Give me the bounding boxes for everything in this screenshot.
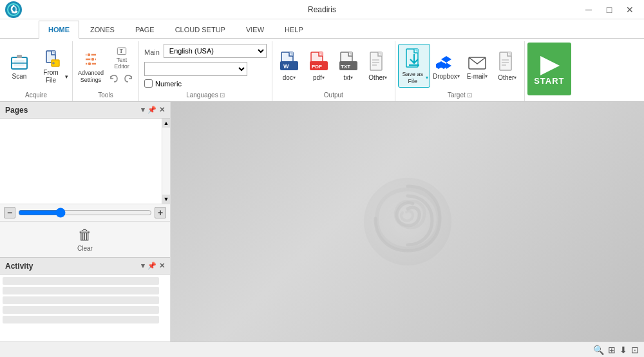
save-as-file-button[interactable]: Save as File ▾ [398, 44, 430, 88]
svg-rect-44 [500, 52, 511, 70]
clear-button[interactable]: 🗑 Clear [77, 227, 93, 252]
activity-bar-1 [3, 277, 159, 285]
from-file-button[interactable]: From File ▾ [36, 44, 70, 88]
save-as-file-icon [404, 48, 424, 71]
svg-point-12 [87, 53, 91, 57]
start-play-icon: ▶ [540, 53, 558, 76]
tab-help[interactable]: HELP [275, 20, 313, 38]
tab-cloud-setup[interactable]: CLOUD SETUP [166, 20, 235, 38]
scan-button[interactable]: Scan [3, 44, 36, 88]
pdf-icon: PDF [308, 51, 329, 74]
undo-button[interactable] [108, 72, 120, 85]
svg-rect-29 [370, 52, 382, 70]
output-pdf-button[interactable]: PDF pdf ▾ [305, 44, 333, 88]
canvas-area [171, 102, 644, 342]
text-editor-button[interactable]: T Text Editor [108, 45, 136, 71]
advanced-settings-icon [80, 49, 101, 70]
target-expand-icon[interactable]: ⊡ [467, 92, 472, 99]
close-button[interactable]: ✕ [621, 3, 639, 17]
activity-panel-title: Activity [5, 262, 33, 271]
scroll-down-arrow[interactable]: ▼ [162, 195, 170, 204]
tab-page[interactable]: PAGE [126, 20, 164, 38]
statusbar-grid-icon[interactable]: ⊞ [608, 345, 616, 355]
target-other-button[interactable]: Other ▾ [493, 44, 522, 88]
doc-icon: W [279, 51, 299, 74]
pages-content: ▲ ▼ [0, 119, 170, 204]
titlebar-title: Readiris [308, 5, 336, 14]
pages-pin-icon[interactable]: 📌 [147, 106, 156, 114]
redo-icon [123, 73, 133, 84]
statusbar: 🔍 ⊞ ⬇ ⊡ [0, 342, 644, 357]
activity-pin-icon[interactable]: 📌 [147, 262, 156, 270]
start-button[interactable]: ▶ START [527, 43, 571, 95]
activity-collapse-icon[interactable]: ▾ [141, 262, 145, 270]
languages-expand-icon[interactable]: ⊡ [220, 92, 225, 99]
scan-label: Scan [12, 73, 27, 81]
advanced-settings-label: Advanced Settings [77, 70, 105, 84]
svg-text:TXT: TXT [341, 64, 350, 70]
advanced-settings-button[interactable]: Advanced Settings [75, 44, 106, 88]
target-other-icon [497, 51, 518, 74]
tools-group-label: Tools [98, 92, 113, 99]
minimize-button[interactable]: ─ [580, 3, 598, 17]
svg-text:PDF: PDF [312, 64, 322, 70]
start-label: START [534, 76, 564, 86]
tab-zones[interactable]: ZONES [80, 20, 124, 38]
output-group: W doc ▾ PDF pdf ▾ [272, 41, 395, 101]
activity-bar-4 [3, 306, 159, 314]
tab-home[interactable]: HOME [39, 21, 79, 39]
activity-bar-3 [3, 296, 159, 304]
output-other-button[interactable]: Other ▾ [364, 44, 392, 88]
zoom-slider[interactable] [18, 207, 152, 218]
statusbar-settings-icon[interactable]: ⊡ [631, 345, 639, 355]
pages-close-icon[interactable]: ✕ [159, 106, 165, 114]
restore-button[interactable]: □ [600, 3, 618, 17]
tab-view[interactable]: VIEW [236, 20, 274, 38]
zoom-plus-button[interactable]: + [155, 207, 166, 218]
from-file-arrow: ▾ [65, 73, 68, 81]
zoom-minus-button[interactable]: − [4, 207, 15, 218]
pages-panel-title: Pages [5, 106, 28, 115]
ribbon: Scan From File ▾ Acquire [0, 39, 644, 102]
dropbox-label: Dropbox [433, 73, 457, 81]
email-button[interactable]: E-mail ▾ [462, 44, 492, 88]
statusbar-search-icon[interactable]: 🔍 [593, 345, 604, 355]
output-pdf-label: pdf [313, 74, 322, 82]
output-doc-button[interactable]: W doc ▾ [275, 44, 303, 88]
output-txt-button[interactable]: TXT txt ▾ [334, 44, 363, 88]
from-file-label: From File [37, 69, 64, 84]
target-group-label: Target [448, 92, 466, 99]
scroll-up-arrow[interactable]: ▲ [162, 119, 170, 128]
text-editor-icon: T [114, 46, 129, 57]
target-group: Save as File ▾ Dropbox ▾ [395, 41, 525, 101]
output-other-label: Other [368, 74, 384, 82]
activity-close-icon[interactable]: ✕ [159, 262, 165, 270]
redo-button[interactable] [122, 72, 135, 85]
svg-text:T: T [120, 48, 123, 54]
dropbox-icon [436, 52, 457, 73]
languages-group: Main English (USA) French (France) Germa… [139, 41, 272, 101]
svg-point-13 [91, 57, 95, 61]
activity-panel: Activity ▾ 📌 ✕ [0, 258, 170, 342]
pages-panel: Pages ▾ 📌 ✕ ▲ ▼ − + [0, 102, 170, 258]
activity-panel-header: Activity ▾ 📌 ✕ [0, 258, 170, 275]
dropbox-button[interactable]: Dropbox ▾ [431, 44, 461, 88]
pages-scrollbar[interactable]: ▲ ▼ [162, 119, 170, 204]
svg-marker-38 [441, 56, 451, 63]
pages-panel-header: Pages ▾ 📌 ✕ [0, 102, 170, 119]
target-other-label: Other [498, 74, 514, 82]
output-doc-label: doc [283, 74, 293, 82]
pages-collapse-icon[interactable]: ▾ [141, 106, 145, 114]
main-lang-label: Main [144, 48, 160, 56]
secondary-language-select[interactable]: English (USA) French (France) [144, 62, 247, 76]
languages-group-label: Languages [186, 92, 218, 99]
numeric-checkbox[interactable] [144, 79, 153, 88]
from-file-icon [43, 48, 63, 69]
ribbon-tabs: HOME ZONES PAGE CLOUD SETUP VIEW HELP [0, 19, 644, 39]
svg-text:W: W [283, 63, 289, 70]
svg-marker-42 [446, 63, 451, 69]
statusbar-download-icon[interactable]: ⬇ [620, 345, 627, 355]
undo-icon [109, 73, 119, 84]
main-language-select[interactable]: English (USA) French (France) German Spa… [164, 44, 267, 58]
activity-panel-controls: ▾ 📌 ✕ [141, 262, 165, 270]
